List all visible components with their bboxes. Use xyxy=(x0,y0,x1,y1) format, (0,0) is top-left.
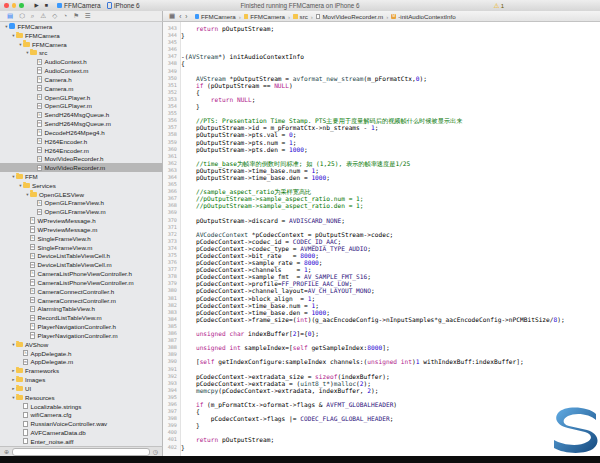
line-number[interactable]: 392 xyxy=(163,373,181,380)
tree-item[interactable]: mOpenGLPlayer.m xyxy=(0,101,162,110)
code-line[interactable]: 357 pOutputStream->id = m_pFormatCtx->nb… xyxy=(163,124,600,131)
line-number[interactable]: 388 xyxy=(163,344,181,351)
breakpoint-navigator-icon[interactable]: ⚑ xyxy=(73,11,79,21)
code-line[interactable]: 388 unsigned int sampleIndex=[self getSa… xyxy=(163,344,600,351)
project-navigator-icon[interactable]: ▤ xyxy=(7,11,13,21)
tree-item[interactable]: mRecordListTableView.m xyxy=(0,313,162,322)
destination-selector[interactable]: iPhone 6 xyxy=(107,2,140,10)
breadcrumb-item[interactable]: FFMCamera xyxy=(242,13,287,20)
line-number[interactable]: 369 xyxy=(163,209,181,216)
line-number[interactable]: 346 xyxy=(163,46,181,53)
tree-item[interactable]: hSingleFrameView.h xyxy=(0,234,162,243)
tree-item[interactable]: ▾FFMCamera xyxy=(0,22,162,31)
line-number[interactable]: 368 xyxy=(163,202,181,209)
stop-button[interactable]: ■ xyxy=(42,1,51,10)
tree-item[interactable]: hWPreviewMessage.h xyxy=(0,216,162,225)
test-navigator-icon[interactable]: ◇ xyxy=(52,11,57,21)
tree-item[interactable]: ▾OpenGLESView xyxy=(0,190,162,199)
code-area[interactable]: 343 return pOutputStream;344}345346347-(… xyxy=(163,25,600,451)
line-number[interactable]: 364 xyxy=(163,174,181,181)
line-number[interactable]: 350 xyxy=(163,75,181,82)
line-number[interactable]: 376 xyxy=(163,259,181,266)
code-line[interactable]: 400 xyxy=(163,429,600,436)
warning-badge[interactable]: ⚠ 1 xyxy=(494,2,504,10)
line-number[interactable]: 360 xyxy=(163,146,181,153)
code-line[interactable]: 376 pCodecContext->sample_rate = 8000; xyxy=(163,259,600,266)
find-navigator-icon[interactable]: ⌕ xyxy=(31,11,35,21)
code-line[interactable]: 385 xyxy=(163,323,600,330)
line-number[interactable]: 391 xyxy=(163,366,181,373)
code-line[interactable]: 402} xyxy=(163,444,600,451)
tree-item[interactable]: mAudioContext.m xyxy=(0,66,162,75)
line-number[interactable]: 386 xyxy=(163,330,181,337)
code-line[interactable]: 356 //PTS: Presentation Time Stamp. PTS主… xyxy=(163,117,600,124)
code-line[interactable]: 359 pOutputStream->pts.num = 1; xyxy=(163,139,600,146)
code-line[interactable]: 394 memcpy(pCodecContext->extradata, ind… xyxy=(163,387,600,394)
code-line[interactable]: 381 pCodecContext->block_align = 1; xyxy=(163,295,600,302)
add-file-icon[interactable]: ⊕ xyxy=(4,448,9,455)
code-line[interactable]: 350 AVStream *pOutputStream = avformat_n… xyxy=(163,75,600,82)
line-number[interactable]: 382 xyxy=(163,302,181,309)
tree-item[interactable]: mSingleFrameView.m xyxy=(0,243,162,252)
line-number[interactable]: 363 xyxy=(163,167,181,174)
line-number[interactable]: 373 xyxy=(163,238,181,245)
code-line[interactable]: 354 } xyxy=(163,103,600,110)
code-line[interactable]: 362 //time_base为帧率的倒数时间标准; 如 (1,25), 表示的… xyxy=(163,160,600,167)
tree-item[interactable]: AVFCameraData.db xyxy=(0,428,162,437)
tree-item[interactable]: hCameraConnectController.h xyxy=(0,287,162,296)
tree-item[interactable]: Localizable.strings xyxy=(0,402,162,411)
code-line[interactable]: 348{ xyxy=(163,60,600,67)
line-number[interactable]: 395 xyxy=(163,394,181,401)
line-number[interactable]: 365 xyxy=(163,181,181,188)
code-line[interactable]: 373 pCodecContext->codec_id = CODEC_ID_A… xyxy=(163,238,600,245)
code-line[interactable]: 377 pCodecContext->channels = 1; xyxy=(163,266,600,273)
code-line[interactable]: 365 xyxy=(163,181,600,188)
line-number[interactable]: 393 xyxy=(163,380,181,387)
report-navigator-icon[interactable]: ☰ xyxy=(85,11,91,21)
line-number[interactable]: 371 xyxy=(163,224,181,231)
code-line[interactable]: 369 xyxy=(163,209,600,216)
tree-item[interactable]: Enter_noise.aiff xyxy=(0,437,162,446)
code-line[interactable]: 367 //pOutputStream->sample_aspect_ratio… xyxy=(163,195,600,202)
code-line[interactable]: 382 pCodecContext->time_base.num = 1; xyxy=(163,302,600,309)
tree-item[interactable]: hDecodeH264Mpeg4.h xyxy=(0,128,162,137)
code-line[interactable]: 351 if (pOutputStream == NULL) xyxy=(163,82,600,89)
line-number[interactable]: 367 xyxy=(163,195,181,202)
code-line[interactable]: 343 return pOutputStream; xyxy=(163,25,600,32)
code-line[interactable]: 397 { xyxy=(163,408,600,415)
line-number[interactable]: 389 xyxy=(163,351,181,358)
line-number[interactable]: 357 xyxy=(163,124,181,131)
tree-item[interactable]: mDeviceListTableViewCell.m xyxy=(0,260,162,269)
code-line[interactable]: 393 pCodecContext->extradata = (uint8_t*… xyxy=(163,380,600,387)
tree-item[interactable]: hAlarmingTableView.h xyxy=(0,305,162,314)
code-line[interactable]: 392 pCodecContext->extradata_size = size… xyxy=(163,373,600,380)
code-line[interactable]: 355 xyxy=(163,110,600,117)
code-line[interactable]: 363 pOutputStream->time_base.num = 1; xyxy=(163,167,600,174)
code-line[interactable]: 378 pCodecContext->sample_fmt = AV_SAMPL… xyxy=(163,273,600,280)
line-number[interactable]: 359 xyxy=(163,139,181,146)
tree-item[interactable]: ▾src xyxy=(0,48,162,57)
code-line[interactable]: 347-(AVStream*) initAudioContextInfo xyxy=(163,53,600,60)
code-line[interactable]: 387 xyxy=(163,337,600,344)
line-number[interactable]: 343 xyxy=(163,25,181,32)
line-number[interactable]: 394 xyxy=(163,387,181,394)
code-line[interactable]: 371 xyxy=(163,224,600,231)
code-line[interactable]: 401 return pOutputStream; xyxy=(163,436,600,443)
code-line[interactable]: 375 pCodecContext->bit_rate = 8000; xyxy=(163,252,600,259)
code-line[interactable]: 360 pOutputStream->pts.den = 1000; xyxy=(163,146,600,153)
code-line[interactable]: 346 xyxy=(163,46,600,53)
tree-item[interactable]: mCamera.m xyxy=(0,84,162,93)
tree-item[interactable]: mAppDelegate.m xyxy=(0,357,162,366)
tree-item[interactable]: mPlayerNavigationController.m xyxy=(0,331,162,340)
code-line[interactable]: 374 pCodecContext->codec_type = AVMEDIA_… xyxy=(163,245,600,252)
tree-item[interactable]: hAppDelegate.h xyxy=(0,349,162,358)
symbol-navigator-icon[interactable]: ⬡ xyxy=(19,11,25,21)
line-number[interactable]: 358 xyxy=(163,131,181,138)
code-line[interactable]: 353 return NULL; xyxy=(163,96,600,103)
line-number[interactable]: 397 xyxy=(163,408,181,415)
line-number[interactable]: 361 xyxy=(163,153,181,160)
line-number[interactable]: 401 xyxy=(163,436,181,443)
code-line[interactable]: 368 //pOutputStream->sample_aspect_ratio… xyxy=(163,202,600,209)
breadcrumb-item[interactable]: MoviVideoRecorder.m xyxy=(314,13,385,20)
code-line[interactable]: 386 unsigned char indexBuffer[2]={0}; xyxy=(163,330,600,337)
